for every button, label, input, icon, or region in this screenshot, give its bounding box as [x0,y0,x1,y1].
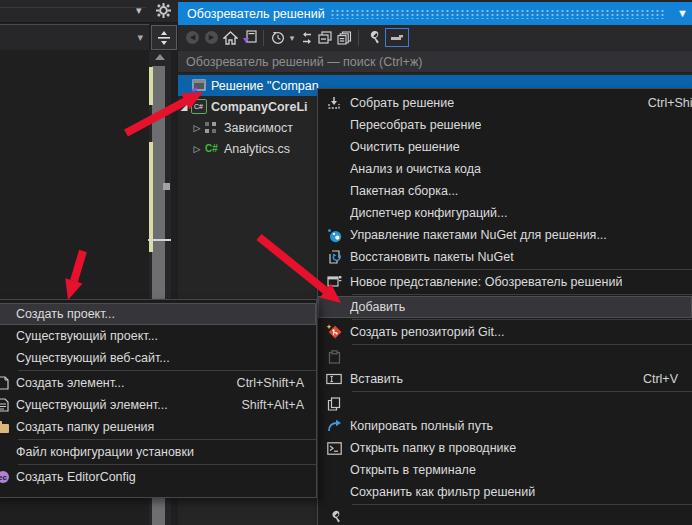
terminal-icon [318,442,350,455]
menu-item-add[interactable]: Добавить [318,296,692,318]
menu-item-build-solution[interactable]: Собрать решение Ctrl+Shif [318,92,692,114]
menu-item-manage-nuget[interactable]: Управление пакетами NuGet для решения... [318,224,692,246]
tree-row-label: Решение "Compan [211,79,319,93]
menu-item-rebuild-solution[interactable]: Пересобрать решение [318,114,692,136]
split-window-button[interactable] [151,25,177,50]
forward-icon[interactable]: ► [202,28,221,47]
toolbar-separator [358,30,359,46]
screenshot-root: ▾ ▾ Обозреватель решений ▼ ◄ ► [0,0,692,525]
pending-filter-clock-icon[interactable] [268,28,287,47]
search-input[interactable]: Обозреватель решений — поиск (Ctrl+ж) [178,51,692,73]
back-icon[interactable]: ◄ [183,28,202,47]
build-icon [318,96,350,110]
menu-item-clean-solution[interactable]: Очистить решение [318,136,692,158]
solution-icon [190,78,207,94]
preview-selected-items-toggle[interactable] [385,28,409,47]
wrench-icon [318,510,350,524]
menu-item-open-folder-explorer[interactable]: Копировать полный путь [318,415,692,437]
menu-item-create-git-repo[interactable]: Создать репозиторий Git... [318,321,692,343]
submenu-item-new-project[interactable]: Создать проект... [0,303,316,325]
csharp-project-icon: C# [190,99,207,115]
collapse-all-icon[interactable] [316,28,335,47]
rename-icon [318,373,350,385]
home-icon[interactable] [221,28,240,47]
editorconfig-icon: ec [0,471,16,483]
menu-item-new-view[interactable]: Новое представление: Обозреватель решени… [318,271,692,293]
submenu-item-new-item[interactable]: Создать элемент... Ctrl+Shift+A [0,372,316,394]
collapsed-triangle-icon[interactable]: ▷ [191,144,203,154]
dependencies-icon [203,120,220,136]
scroll-up-icon[interactable] [155,54,165,60]
solution-context-menu: Собрать решение Ctrl+Shif Пересобрать ре… [317,88,692,525]
menu-item-properties[interactable] [318,506,692,525]
current-line-marker [148,239,171,241]
switch-views-icon[interactable] [240,28,259,47]
menu-item-save-as-solution-filter[interactable]: Открыть в терминале [318,459,692,481]
open-folder-icon [318,419,350,433]
copy-path-icon [318,397,350,411]
menu-item-hide-unloaded-projects[interactable]: Сохранить как фильтр решений [318,481,692,503]
add-submenu: Создать проект... Существующий проект...… [0,299,317,498]
filter-dropdown-chevron-icon[interactable]: ▾ [287,28,297,47]
menu-item-analyze-cleanup[interactable]: Анализ и очистка кода [318,158,692,180]
submenu-item-existing-item[interactable]: Существующий элемент... Shift+Alt+A [0,394,316,416]
menu-item-batch-build[interactable]: Пакетная сборка... [318,180,692,202]
toolbar-separator [263,30,264,46]
nuget-restore-icon [318,250,350,265]
new-view-icon [318,275,350,289]
csharp-file-icon: C# [203,141,220,157]
modified-lines-marker [149,67,153,105]
caret-position-marker [163,183,170,190]
submenu-item-new-solution-folder[interactable]: Создать папку решения [0,416,316,438]
menu-item-restore-nuget[interactable]: Восстановить пакеты NuGet [318,246,692,268]
divider [0,7,146,8]
menu-item-open-terminal[interactable]: Открыть папку в проводнике [318,437,692,459]
submenu-item-existing-project[interactable]: Существующий проект... [0,325,316,347]
tree-row-label: Analytics.cs [224,142,290,156]
expanded-triangle-icon[interactable]: ◢ [178,102,190,112]
collapsed-triangle-icon[interactable]: ▷ [191,123,203,133]
chevron-down-icon[interactable]: ▼ [677,7,688,19]
tree-row-label: CompanyCoreLi [211,100,308,114]
menu-item-paste [318,346,692,368]
combo-chevron-icon: ▾ [137,31,143,44]
nuget-icon [318,228,350,243]
sync-active-document-icon[interactable] [297,28,316,47]
show-all-files-icon[interactable] [335,28,354,47]
drag-grip-dots [330,9,664,19]
new-item-icon [0,376,16,390]
solution-explorer-toolbar: ◄ ► ▾ [178,25,692,50]
submenu-item-existing-website[interactable]: Существующий веб-сайт... [0,347,316,369]
solution-folder-icon [0,421,16,433]
left-combo-dropdown[interactable]: ▾ [0,24,149,50]
menu-item-rename[interactable]: Вставить Ctrl+V [318,368,692,390]
gear-icon[interactable] [156,3,171,21]
paste-icon [318,350,350,364]
tree-row-label: Зависимост [224,121,293,135]
left-window-topbar [0,0,178,23]
existing-item-icon [0,398,16,412]
search-placeholder: Обозреватель решений — поиск (Ctrl+ж) [186,55,422,69]
panel-title: Обозреватель решений [178,7,325,21]
submenu-item-setup-config-file[interactable]: Файл конфигурации установки [0,441,316,463]
menu-item-configuration-manager[interactable]: Диспетчер конфигураций... [318,202,692,224]
submenu-item-create-editorconfig[interactable]: ec Создать EditorConfig [0,466,316,488]
chevron-down-icon[interactable]: ▾ [136,4,142,17]
solution-explorer-titlebar[interactable]: Обозреватель решений ▼ [178,2,692,25]
menu-item-copy-full-path[interactable] [318,393,692,415]
properties-wrench-icon[interactable] [363,28,382,47]
modified-lines-marker [149,142,153,252]
git-icon [318,324,350,340]
